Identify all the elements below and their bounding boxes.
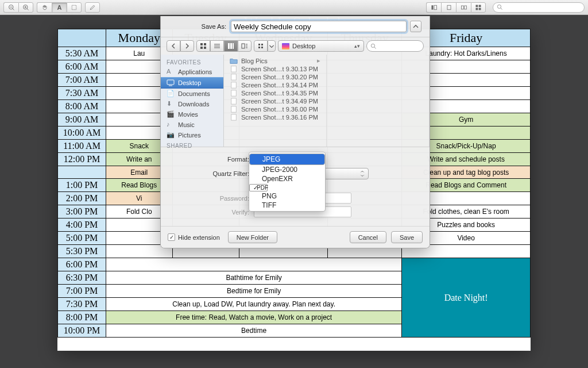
file-row[interactable]: Screen Shot…t 9.36.00 PM bbox=[224, 105, 326, 113]
search-icon bbox=[370, 43, 377, 49]
favorites-header: FAVORITES bbox=[161, 57, 223, 67]
svg-rect-16 bbox=[479, 7, 481, 10]
file-row[interactable]: Blog Pics▸ bbox=[224, 56, 326, 65]
format-option-jpeg[interactable]: JPEG bbox=[249, 154, 325, 165]
svg-line-1 bbox=[13, 9, 14, 10]
verify-label: Verify: bbox=[169, 209, 249, 216]
format-option-tiff[interactable]: TIFF bbox=[249, 201, 325, 210]
svg-rect-14 bbox=[479, 5, 481, 7]
svg-rect-35 bbox=[258, 47, 260, 48]
text-tool-button[interactable]: A bbox=[52, 2, 67, 13]
format-label: Format: bbox=[169, 156, 249, 163]
svg-rect-8 bbox=[431, 5, 433, 10]
svg-rect-26 bbox=[228, 43, 230, 49]
svg-rect-27 bbox=[230, 43, 232, 49]
zoom-in-button[interactable] bbox=[18, 2, 33, 13]
view-single-button[interactable] bbox=[441, 2, 456, 13]
svg-rect-10 bbox=[447, 5, 451, 10]
svg-line-18 bbox=[501, 8, 502, 10]
svg-rect-41 bbox=[231, 66, 237, 72]
svg-rect-33 bbox=[258, 44, 260, 45]
svg-rect-43 bbox=[231, 82, 237, 88]
svg-rect-20 bbox=[204, 43, 206, 45]
svg-line-4 bbox=[27, 9, 28, 10]
hand-tool-button[interactable] bbox=[37, 2, 52, 13]
save-as-label: Save As: bbox=[169, 23, 226, 30]
format-option-jpeg-2000[interactable]: JPEG-2000 bbox=[249, 165, 325, 174]
save-as-input[interactable] bbox=[231, 21, 407, 32]
shared-header: SHARED bbox=[161, 140, 223, 150]
svg-rect-42 bbox=[231, 74, 237, 80]
svg-rect-39 bbox=[167, 80, 174, 85]
new-folder-button[interactable]: New Folder bbox=[228, 231, 277, 243]
format-option-pdf[interactable]: PDF bbox=[249, 184, 268, 191]
sidebar-item-movies[interactable]: 🎬Movies bbox=[161, 109, 223, 120]
annotate-button[interactable] bbox=[85, 2, 100, 13]
svg-rect-11 bbox=[461, 6, 463, 9]
password-label: Password: bbox=[169, 195, 249, 202]
svg-rect-12 bbox=[464, 6, 466, 9]
view-mode[interactable] bbox=[196, 40, 252, 52]
search-icon bbox=[497, 4, 503, 10]
format-option-openexr[interactable]: OpenEXR bbox=[249, 174, 325, 183]
file-row[interactable]: Screen Shot…t 9.34.35 PM bbox=[224, 89, 326, 97]
sidebar-item-desktop[interactable]: Desktop bbox=[161, 77, 223, 89]
desktop-icon bbox=[282, 43, 289, 49]
svg-point-17 bbox=[497, 5, 501, 8]
zoom-out-button[interactable] bbox=[3, 2, 18, 13]
sidebar-item-downloads[interactable]: ⬇Downloads bbox=[161, 99, 223, 109]
view-contact-button[interactable] bbox=[471, 2, 486, 13]
format-menu[interactable]: JPEGJPEG-2000OpenEXRPDFPNGTIFF bbox=[249, 152, 326, 212]
location-popup[interactable]: Desktop ▴▾ bbox=[278, 40, 364, 52]
svg-rect-9 bbox=[434, 5, 437, 10]
svg-rect-36 bbox=[261, 47, 263, 48]
svg-point-37 bbox=[371, 44, 374, 47]
format-option-png[interactable]: PNG bbox=[249, 191, 325, 201]
forward-icon bbox=[184, 43, 191, 49]
svg-rect-47 bbox=[231, 114, 237, 120]
quartz-label: Quartz Filter: bbox=[169, 170, 249, 177]
view-facing-button[interactable] bbox=[456, 2, 471, 13]
select-tool-button[interactable] bbox=[67, 2, 82, 13]
file-browser: Desktop ▴▾ FAVORITES AApplicationsDeskto… bbox=[161, 37, 430, 147]
file-row[interactable]: Screen Shot…t 9.30.13 PM bbox=[224, 65, 326, 73]
file-row[interactable]: Screen Shot…t 9.36.16 PM bbox=[224, 113, 326, 121]
save-dialog: Save As: Desktop ▴▾ bbox=[160, 16, 430, 248]
arrange-menu[interactable] bbox=[254, 40, 276, 52]
file-column: Blog Pics▸Screen Shot…t 9.30.13 PMScreen… bbox=[224, 55, 327, 147]
sidebar-item-music[interactable]: ♪Music bbox=[161, 120, 223, 130]
sidebar-item-pictures[interactable]: 📷Pictures bbox=[161, 130, 223, 140]
save-button[interactable]: Save bbox=[391, 231, 423, 243]
file-row[interactable]: Screen Shot…t 9.34.49 PM bbox=[224, 97, 326, 105]
hide-extension-checkbox[interactable]: ✓ bbox=[168, 233, 175, 241]
file-column-empty bbox=[327, 55, 430, 147]
svg-rect-21 bbox=[200, 47, 203, 49]
svg-rect-15 bbox=[476, 7, 478, 10]
back-icon bbox=[170, 43, 177, 49]
sidebar: FAVORITES AApplicationsDesktop📄Documents… bbox=[161, 55, 224, 147]
sidebar-item-documents[interactable]: 📄Documents bbox=[161, 89, 223, 99]
svg-rect-45 bbox=[231, 98, 237, 104]
svg-rect-28 bbox=[233, 43, 234, 49]
svg-rect-22 bbox=[204, 47, 206, 49]
app-toolbar: A bbox=[0, 0, 588, 15]
toolbar-search[interactable] bbox=[493, 2, 585, 13]
svg-rect-7 bbox=[72, 5, 76, 10]
browser-search[interactable] bbox=[366, 40, 424, 52]
view-thumbnails-button[interactable] bbox=[426, 2, 441, 13]
cancel-button[interactable]: Cancel bbox=[350, 231, 386, 243]
sidebar-item-applications[interactable]: AApplications bbox=[161, 67, 223, 77]
svg-line-38 bbox=[374, 47, 376, 48]
nav-history[interactable] bbox=[167, 40, 194, 52]
file-row[interactable]: Screen Shot…t 9.34.14 PM bbox=[224, 81, 326, 89]
svg-rect-29 bbox=[242, 44, 245, 48]
hide-extension-label: Hide extension bbox=[178, 234, 220, 241]
svg-rect-46 bbox=[231, 106, 237, 112]
collapse-button[interactable] bbox=[410, 21, 421, 32]
svg-rect-13 bbox=[476, 5, 478, 7]
chevron-up-icon bbox=[413, 24, 419, 29]
file-row[interactable]: Screen Shot…t 9.30.20 PM bbox=[224, 73, 326, 81]
svg-rect-44 bbox=[231, 90, 237, 96]
svg-rect-34 bbox=[261, 44, 263, 45]
svg-rect-19 bbox=[200, 43, 203, 45]
